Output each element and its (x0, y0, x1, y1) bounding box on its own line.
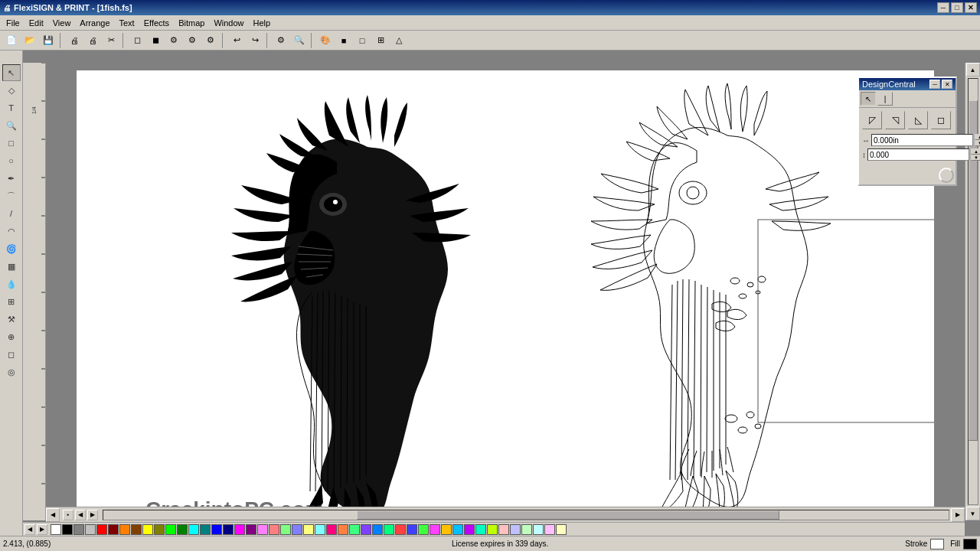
palette-color-swatch[interactable] (51, 524, 61, 535)
tb-btn-c[interactable]: ⚙ (165, 32, 182, 49)
dc-height-up[interactable]: ▲ (971, 148, 980, 155)
palette-color-swatch[interactable] (556, 524, 567, 535)
palette-color-swatch[interactable] (74, 524, 84, 535)
page-nav-prev[interactable]: ◀ (75, 510, 86, 520)
print2-button[interactable]: 🖨 (84, 32, 101, 49)
palette-color-swatch[interactable] (96, 524, 107, 535)
palette-color-swatch[interactable] (269, 524, 279, 535)
minimize-button[interactable]: ─ (937, 2, 949, 13)
knife-tool-button[interactable]: ⚒ (2, 311, 21, 328)
stroke-color-button[interactable]: □ (354, 32, 371, 49)
dc-arrow-tool[interactable]: ↖ (861, 92, 876, 106)
palette-color-swatch[interactable] (487, 524, 498, 535)
fill-color-button[interactable]: ■ (335, 32, 352, 49)
zoom-tool-button[interactable]: 🔍 (2, 117, 21, 134)
select-tool-button[interactable]: ↖ (2, 64, 21, 81)
palette-color-swatch[interactable] (177, 524, 188, 535)
dc-width-up[interactable]: ▲ (975, 134, 980, 140)
pen-tool-button[interactable]: ✒ (2, 170, 21, 187)
palette-color-swatch[interactable] (544, 524, 555, 535)
node-edit-button[interactable]: ◇ (2, 82, 21, 99)
eraser-tool-button[interactable]: ◻ (2, 346, 21, 363)
palette-color-swatch[interactable] (131, 524, 142, 535)
canvas-area[interactable]: -2 3/4 -2 1/2 -2 1/4 -2 -1 3/4 -1 1/2 -1… (23, 51, 980, 536)
scroll-down-button[interactable]: ▼ (966, 507, 980, 520)
palette-color-swatch[interactable] (108, 524, 119, 535)
palette-prev-button[interactable]: ◀ (24, 524, 35, 535)
dc-cursor-tool[interactable]: | (877, 92, 893, 106)
print-button[interactable]: 🖨 (66, 32, 83, 49)
vertical-scrollbar[interactable]: ▲ ▼ (965, 63, 980, 520)
tb-btn-f[interactable]: ⚙ (273, 32, 289, 49)
open-button[interactable]: 📂 (21, 32, 38, 49)
scroll-left-button[interactable]: ◀ (46, 508, 60, 522)
menu-window[interactable]: Window (209, 17, 248, 29)
tb-btn-g[interactable]: 🔍 (291, 32, 308, 49)
palette-color-swatch[interactable] (85, 524, 96, 535)
ellipse-tool-button[interactable]: ○ (2, 152, 21, 169)
dc-minimize-button[interactable]: ─ (929, 80, 940, 89)
tb-btn-a[interactable]: ◻ (129, 32, 145, 49)
menu-effects[interactable]: Effects (139, 17, 174, 29)
palette-color-swatch[interactable] (464, 524, 475, 535)
tb-btn-b[interactable]: ◼ (147, 32, 164, 49)
rectangle-tool-button[interactable]: □ (2, 135, 21, 152)
scroll-right-button[interactable]: ▶ (951, 508, 965, 522)
save-button[interactable]: 💾 (40, 32, 57, 49)
dc-close-button[interactable]: ✕ (942, 80, 952, 89)
close-button[interactable]: ✕ (965, 2, 977, 13)
menu-help[interactable]: Help (249, 17, 276, 29)
palette-color-swatch[interactable] (223, 524, 234, 535)
line-tool-button[interactable]: / (2, 205, 21, 222)
page-nav-next[interactable]: ▶ (87, 510, 98, 520)
dc-align-bl[interactable]: ◺ (908, 111, 928, 129)
menu-arrange[interactable]: Arrange (75, 17, 114, 29)
bitmap-button[interactable]: ⊞ (372, 32, 389, 49)
palette-color-swatch[interactable] (188, 524, 199, 535)
dc-width-down[interactable]: ▼ (975, 140, 980, 146)
palette-color-swatch[interactable] (234, 524, 245, 535)
palette-color-swatch[interactable] (498, 524, 509, 535)
palette-color-swatch[interactable] (521, 524, 532, 535)
horizontal-scrollbar[interactable]: ◀ ▪ ◀ ▶ ▶ (46, 507, 965, 522)
palette-color-swatch[interactable] (441, 524, 452, 535)
palette-color-swatch[interactable] (142, 524, 153, 535)
dc-align-tr[interactable]: ◹ (885, 111, 905, 129)
palette-color-swatch[interactable] (475, 524, 486, 535)
cut-button[interactable]: ✂ (103, 32, 119, 49)
palette-color-swatch[interactable] (338, 524, 348, 535)
palette-color-swatch[interactable] (349, 524, 360, 535)
menu-text[interactable]: Text (115, 17, 139, 29)
hscroll-track[interactable] (103, 510, 949, 520)
weld-tool-button[interactable]: ⊕ (2, 328, 21, 345)
undo-button[interactable]: ↩ (228, 32, 245, 49)
menu-edit[interactable]: Edit (24, 17, 48, 29)
menu-view[interactable]: View (48, 17, 76, 29)
tb-btn-e[interactable]: ⚙ (202, 32, 219, 49)
bezier-tool-button[interactable]: ⌒ (2, 187, 21, 204)
crop-tool-button[interactable]: ⊞ (2, 293, 21, 310)
dc-height-down[interactable]: ▼ (971, 155, 980, 161)
fill-tool-button[interactable]: ▦ (2, 258, 21, 275)
dc-align-tl[interactable]: ◸ (862, 111, 882, 129)
color-mode-button[interactable]: 🎨 (317, 32, 334, 49)
dc-align-br[interactable]: ◻ (931, 111, 951, 129)
palette-color-swatch[interactable] (326, 524, 337, 535)
menu-bitmap[interactable]: Bitmap (174, 17, 209, 29)
tb-btn-d[interactable]: ⚙ (184, 32, 201, 49)
spiral-tool-button[interactable]: 🌀 (2, 240, 21, 257)
menu-file[interactable]: File (2, 17, 24, 29)
palette-next-button[interactable]: ▶ (37, 524, 47, 535)
dc-apply-button[interactable] (939, 168, 954, 183)
palette-color-swatch[interactable] (246, 524, 256, 535)
restore-button[interactable]: □ (951, 2, 963, 13)
arc-tool-button[interactable]: ◠ (2, 223, 21, 240)
palette-color-swatch[interactable] (211, 524, 222, 535)
palette-color-swatch[interactable] (303, 524, 314, 535)
page-indicator[interactable]: ▪ (63, 510, 74, 520)
vector-button[interactable]: △ (390, 32, 407, 49)
palette-color-swatch[interactable] (407, 524, 417, 535)
hscroll-thumb[interactable] (357, 510, 779, 520)
palette-color-swatch[interactable] (418, 524, 429, 535)
palette-color-swatch[interactable] (62, 524, 73, 535)
